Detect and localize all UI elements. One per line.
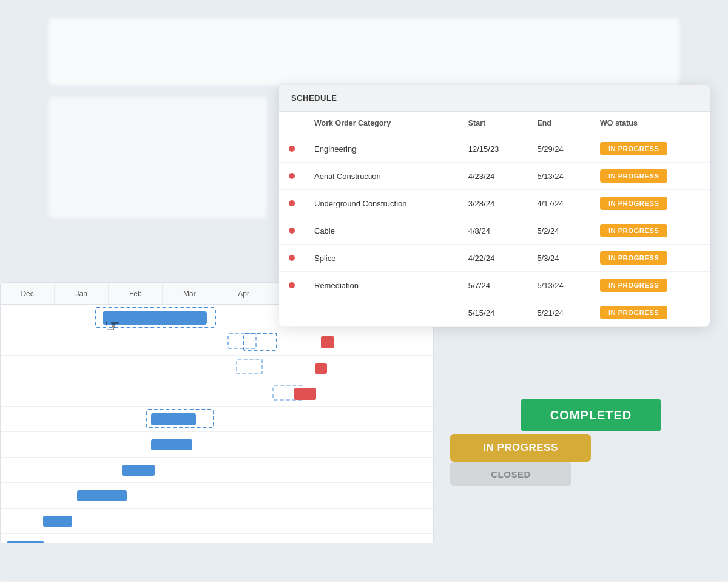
row-end: 5/13/24 [527, 163, 590, 190]
row-category: Cable [305, 217, 459, 245]
status-badge[interactable]: IN PROGRESS [600, 224, 667, 237]
schedule-title: SCHEDULE [279, 85, 710, 112]
row-dot-cell [279, 190, 305, 217]
gantt-row-8 [1, 509, 433, 534]
row-status[interactable]: IN PROGRESS [590, 299, 710, 327]
row-dot-cell [279, 163, 305, 190]
gantt-body: ☞ [1, 305, 433, 543]
row-status[interactable]: IN PROGRESS [590, 217, 710, 245]
row-dot-cell [279, 217, 305, 245]
completed-badge: COMPLETED [521, 399, 661, 431]
row-status[interactable]: IN PROGRESS [590, 163, 710, 190]
status-badge[interactable]: IN PROGRESS [600, 251, 667, 265]
row-end: 4/17/24 [527, 190, 590, 217]
row-start: 5/15/24 [459, 299, 528, 327]
gantt-month-dec: Dec [1, 283, 55, 304]
status-badge[interactable]: IN PROGRESS [600, 169, 667, 183]
status-badge[interactable]: IN PROGRESS [600, 279, 667, 292]
row-start: 12/15/23 [459, 135, 528, 163]
row-start: 4/23/24 [459, 163, 528, 190]
status-badge[interactable]: IN PROGRESS [600, 142, 667, 155]
row-category: Aerial Construction [305, 163, 459, 190]
gantt-row-7 [1, 483, 433, 509]
gantt-month-feb: Feb [109, 283, 163, 304]
table-row: Remediation5/7/245/13/24IN PROGRESS [279, 272, 710, 299]
red-dot-icon [289, 228, 295, 234]
red-dot-icon [289, 282, 295, 288]
closed-float-label: CLOSED [491, 469, 531, 479]
row-status[interactable]: IN PROGRESS [590, 135, 710, 163]
col-category: Work Order Category [305, 112, 459, 135]
row-end: 5/2/24 [527, 217, 590, 245]
table-row: Splice4/22/245/3/24IN PROGRESS [279, 245, 710, 272]
red-dot-icon [289, 146, 295, 152]
gantt-bar-0[interactable] [103, 311, 207, 325]
gantt-bar-red-1 [321, 336, 334, 348]
status-badge[interactable]: IN PROGRESS [600, 306, 667, 319]
table-row: Engineering12/15/235/29/24IN PROGRESS [279, 135, 710, 163]
col-start: Start [459, 112, 528, 135]
row-category [305, 299, 459, 327]
gantt-row-5 [1, 432, 433, 458]
row-status[interactable]: IN PROGRESS [590, 272, 710, 299]
red-dot-icon [289, 200, 295, 206]
gantt-bar-blue-9[interactable] [7, 541, 44, 543]
status-badge[interactable]: IN PROGRESS [600, 197, 667, 210]
left-panel-blurred [49, 97, 267, 218]
row-category: Remediation [305, 272, 459, 299]
row-start: 3/28/24 [459, 190, 528, 217]
gantt-bar-blue-4[interactable] [151, 413, 196, 425]
in-progress-float-badge: IN PROGRESS [450, 434, 591, 462]
in-progress-float-label: IN PROGRESS [483, 442, 558, 454]
gantt-bar-red-3 [294, 388, 316, 400]
row-category: Underground Construction [305, 190, 459, 217]
gantt-month-mar: Mar [163, 283, 217, 304]
row-category: Engineering [305, 135, 459, 163]
col-dot [279, 112, 305, 135]
table-row: 5/15/245/21/24IN PROGRESS [279, 299, 710, 327]
gantt-row-6 [1, 458, 433, 483]
completed-label: COMPLETED [550, 408, 632, 422]
red-dot-icon [289, 255, 295, 261]
row-end: 5/21/24 [527, 299, 590, 327]
row-start: 5/7/24 [459, 272, 528, 299]
gantt-row-4 [1, 407, 433, 432]
table-row: Aerial Construction4/23/245/13/24IN PROG… [279, 163, 710, 190]
gantt-bar-blue-8[interactable] [43, 516, 72, 527]
gantt-bar-blue-6[interactable] [122, 465, 155, 476]
row-category: Splice [305, 245, 459, 272]
table-row: Underground Construction3/28/244/17/24IN… [279, 190, 710, 217]
gantt-bar-blue-5[interactable] [151, 439, 192, 450]
closed-float-badge: CLOSED [450, 462, 571, 486]
table-header-row: Work Order Category Start End WO status [279, 112, 710, 135]
row-dot-cell [279, 272, 305, 299]
row-status[interactable]: IN PROGRESS [590, 245, 710, 272]
red-dot-icon [289, 173, 295, 179]
table-row: Cable4/8/245/2/24IN PROGRESS [279, 217, 710, 245]
gantt-row-1 [1, 330, 433, 356]
row-end: 5/3/24 [527, 245, 590, 272]
gantt-bar-red-2 [315, 363, 327, 374]
gantt-row-3 [1, 381, 433, 407]
schedule-table: Work Order Category Start End WO status … [279, 112, 710, 327]
col-status: WO status [590, 112, 710, 135]
row-start: 4/8/24 [459, 217, 528, 245]
row-dot-cell [279, 135, 305, 163]
row-dot-cell [279, 299, 305, 327]
row-end: 5/29/24 [527, 135, 590, 163]
row-start: 4/22/24 [459, 245, 528, 272]
row-end: 5/13/24 [527, 272, 590, 299]
col-end: End [527, 112, 590, 135]
gantt-row-9 [1, 534, 433, 543]
gantt-month-apr: Apr [217, 283, 271, 304]
row-status[interactable]: IN PROGRESS [590, 190, 710, 217]
schedule-panel: SCHEDULE Work Order Category Start End W… [279, 85, 710, 327]
gantt-month-jan: Jan [55, 283, 109, 304]
gantt-row-2 [1, 356, 433, 381]
row-dot-cell [279, 245, 305, 272]
top-bar-blurred [49, 18, 679, 85]
gantt-bar-blue-7[interactable] [77, 490, 127, 501]
